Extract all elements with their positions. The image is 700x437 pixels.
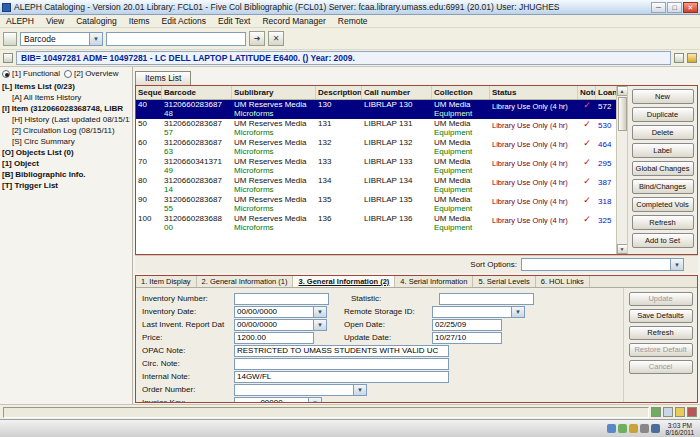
tab-5-serial-levels[interactable]: 5. Serial Levels — [473, 276, 535, 287]
search-field-selector[interactable]: Barcode ▼ — [20, 32, 103, 46]
tab-6-hol-links[interactable]: 6. HOL Links — [536, 276, 590, 287]
table-row[interactable]: 90312066028368755UM Reserves MediaMicrof… — [136, 195, 616, 214]
maximize-button[interactable]: □ — [667, 2, 682, 13]
lookup-icon[interactable]: ▼ — [309, 397, 322, 404]
network-icon[interactable] — [651, 424, 660, 433]
new-button[interactable]: New — [632, 89, 694, 104]
clear-icon[interactable]: ✕ — [268, 31, 284, 46]
tree-item-l-items-list-0[interactable]: [L] Items List (0/23) — [2, 81, 130, 92]
tray-icon[interactable] — [618, 424, 627, 433]
functional-mode-radio[interactable]: [1] Functional — [2, 69, 60, 78]
inventory-date-field[interactable] — [234, 306, 314, 318]
search-icon[interactable] — [674, 53, 684, 63]
duplicate-button[interactable]: Duplicate — [632, 107, 694, 122]
scroll-up-icon[interactable]: ▲ — [617, 86, 628, 96]
table-row[interactable]: 40312066028368748UM Reserves MediaMicrof… — [136, 100, 616, 119]
menu-item-view[interactable]: View — [40, 16, 70, 26]
menu-item-edit-actions[interactable]: Edit Actions — [156, 16, 212, 26]
table-scrollbar[interactable]: ▲ ▼ — [616, 86, 627, 254]
cell-bar: 312066028368757 — [162, 119, 232, 138]
volume-icon[interactable] — [640, 424, 649, 433]
menu-item-cataloging[interactable]: Cataloging — [70, 16, 123, 26]
tree-item-2-circulation-lo[interactable]: [2] Circulation Log (08/15/11) — [2, 125, 130, 136]
column-header-status[interactable]: Status — [490, 86, 578, 99]
calendar-dropdown-icon[interactable]: ▼ — [314, 306, 327, 318]
calendar-dropdown-icon[interactable]: ▼ — [314, 319, 327, 331]
cell-coll: UM MediaEquipment — [432, 195, 490, 214]
opac-note-field[interactable] — [234, 345, 449, 357]
overview-mode-radio[interactable]: [2] Overview — [64, 69, 118, 78]
column-header-collection[interactable]: Collection — [432, 86, 490, 99]
menu-item-edit-text[interactable]: Edit Text — [212, 16, 256, 26]
label-button[interactable]: Label — [632, 143, 694, 158]
menu-item-remote[interactable]: Remote — [332, 16, 374, 26]
chevron-down-icon[interactable]: ▼ — [90, 32, 103, 46]
tab-1-item-display[interactable]: 1. Item Display — [136, 276, 197, 287]
save-defaults-button[interactable]: Save Defaults — [629, 309, 693, 323]
internal-note-field[interactable] — [234, 371, 449, 383]
global-changes-button[interactable]: Global Changes — [632, 161, 694, 176]
table-row[interactable]: 100312066028368800UM Reserves MediaMicro… — [136, 214, 616, 233]
refresh-button[interactable]: Refresh — [632, 215, 694, 230]
add-to-set-button[interactable]: Add to Set — [632, 233, 694, 248]
chevron-down-icon[interactable]: ▼ — [354, 384, 367, 396]
delete-button[interactable]: Delete — [632, 125, 694, 140]
tree-item-s-circ-summary[interactable]: [S] Circ Summary — [2, 136, 130, 147]
table-row[interactable]: 70312066034137149UM Reserves MediaMicrof… — [136, 157, 616, 176]
inventory-number-field[interactable] — [234, 293, 329, 305]
column-header-sublibrary[interactable]: Sublibrary — [232, 86, 316, 99]
tray-icon[interactable] — [629, 424, 638, 433]
price-field[interactable] — [234, 332, 314, 344]
invoice-key-field[interactable] — [234, 397, 309, 404]
table-header[interactable]: SequenBarcodeSublibraryDescriptionCall n… — [136, 86, 616, 100]
tray-icon[interactable] — [607, 424, 616, 433]
tab-4-serial-information[interactable]: 4. Serial Information — [395, 276, 473, 287]
menu-item-items[interactable]: Items — [123, 16, 156, 26]
column-header-barcode[interactable]: Barcode — [162, 86, 232, 99]
sort-options-select[interactable]: ▼ — [521, 258, 684, 271]
bind-changes-button[interactable]: Bind/Changes — [632, 179, 694, 194]
menu-item-aleph[interactable]: ALEPH — [0, 16, 40, 26]
clipboard-icon[interactable] — [3, 32, 17, 46]
last-invent-report-field[interactable] — [234, 319, 314, 331]
order-number-field[interactable] — [234, 384, 354, 396]
chevron-down-icon[interactable]: ▼ — [671, 258, 684, 271]
table-row[interactable]: 80312066028368714UM Reserves MediaMicrof… — [136, 176, 616, 195]
table-row[interactable]: 50312066028368757UM Reserves MediaMicrof… — [136, 119, 616, 138]
tree-item-1-object[interactable]: [1] Object — [2, 158, 130, 169]
column-header-description[interactable]: Description — [316, 86, 362, 99]
refresh-button[interactable]: Refresh — [629, 326, 693, 340]
column-header-loans[interactable]: Loans — [596, 86, 616, 99]
taskbar-clock[interactable]: 3:03 PM 8/16/2011 — [662, 422, 698, 436]
column-header-call-number[interactable]: Call number — [362, 86, 432, 99]
update-date-field[interactable] — [432, 332, 502, 344]
circ-note-field[interactable] — [234, 358, 449, 370]
menu-item-record-manager[interactable]: Record Manager — [256, 16, 331, 26]
minimize-button[interactable]: ─ — [651, 2, 666, 13]
items-list-tab[interactable]: Items List — [135, 71, 191, 85]
column-header-sequen[interactable]: Sequen — [136, 86, 162, 99]
table-row[interactable]: 60312066028368763UM Reserves MediaMicrof… — [136, 138, 616, 157]
tree-item-o-objects-list[interactable]: [O] Objects List (0) — [2, 147, 130, 158]
open-date-field[interactable] — [432, 319, 502, 331]
close-button[interactable]: ✕ — [683, 2, 698, 13]
scroll-down-icon[interactable]: ▼ — [617, 244, 628, 254]
tab-2-general-information-1[interactable]: 2. General Information (1) — [197, 276, 294, 287]
barcode-search-input[interactable] — [106, 32, 246, 46]
tab-3-general-information-2[interactable]: 3. General Information (2) — [293, 276, 395, 287]
column-header-notes[interactable]: Notes — [578, 86, 596, 99]
windows-taskbar[interactable]: 3:03 PM 8/16/2011 — [0, 419, 700, 437]
completed-vols-button[interactable]: Completed Vols — [632, 197, 694, 212]
key-icon[interactable] — [687, 53, 697, 63]
remote-storage-id-field[interactable] — [432, 306, 512, 318]
tree-item-t-trigger-list[interactable]: [T] Trigger List — [2, 180, 130, 191]
tree-item-b-bibliographic[interactable]: [B] Bibliographic Info. — [2, 169, 130, 180]
chevron-down-icon[interactable]: ▼ — [512, 306, 525, 318]
go-arrow-icon[interactable]: ➜ — [249, 31, 265, 46]
tree-item-i-item-31206602[interactable]: [I] Item (312066028368748, LIBR — [2, 103, 130, 114]
cell-coll: UM MediaEquipment — [432, 157, 490, 176]
scrollbar-thumb[interactable] — [618, 97, 627, 131]
statistic-field[interactable] — [439, 293, 534, 305]
tree-item-a-all-items-hist[interactable]: [A] All Items History — [2, 92, 130, 103]
tree-item-h-history-last[interactable]: [H] History (Last updated 08/15/11) — [2, 114, 130, 125]
